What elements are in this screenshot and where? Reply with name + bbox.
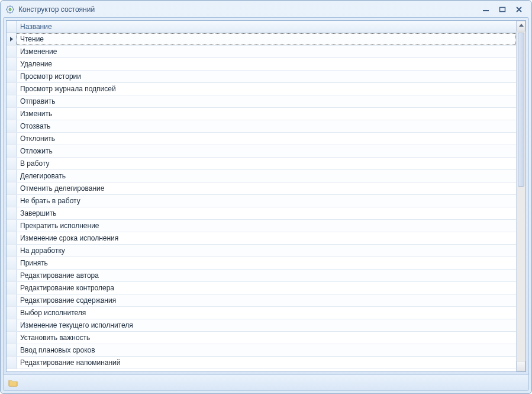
table-row[interactable]: Установить важность	[7, 332, 516, 344]
cell-name[interactable]: В работу	[17, 158, 516, 169]
row-indicator	[7, 220, 17, 232]
cell-name[interactable]: Отменить делегирование	[17, 182, 516, 194]
row-indicator	[7, 108, 17, 120]
table-row[interactable]: Ввод плановых сроков	[7, 344, 516, 357]
row-indicator	[7, 319, 17, 331]
cell-name[interactable]: Редактирование напоминаний	[17, 357, 516, 369]
cell-name[interactable]: Прекратить исполнение	[17, 220, 516, 232]
cell-name[interactable]: Отклонить	[17, 133, 516, 145]
cell-name[interactable]: Изменить	[17, 108, 516, 120]
row-indicator	[7, 170, 17, 182]
minimize-button[interactable]	[481, 5, 491, 14]
column-header-name[interactable]: Название	[17, 21, 516, 33]
folder-icon[interactable]	[8, 379, 18, 387]
table-row[interactable]: Редактирование напоминаний	[7, 357, 516, 369]
scroll-up-icon[interactable]	[519, 24, 524, 27]
table-row[interactable]: В работу	[7, 158, 516, 170]
row-indicator	[7, 46, 17, 57]
window: Конструктор состояний НазваниеЧтениеИзме…	[0, 0, 532, 394]
scroll-down-icon[interactable]	[519, 366, 524, 369]
cell-name[interactable]: Установить важность	[17, 332, 516, 344]
vertical-scrollbar[interactable]	[516, 21, 525, 371]
cell-name[interactable]: Ввод плановых сроков	[17, 344, 516, 356]
svg-line-7	[7, 12, 8, 13]
cell-name[interactable]: Удаление	[17, 58, 516, 70]
app-gear-icon	[5, 5, 15, 14]
svg-rect-11	[500, 8, 505, 12]
table-row[interactable]: Делегировать	[7, 170, 516, 182]
row-indicator-header	[7, 21, 17, 33]
client-area: НазваниеЧтениеИзменениеУдалениеПросмотр …	[3, 17, 529, 391]
cell-name[interactable]: Выбор исполнителя	[17, 307, 516, 319]
table-row[interactable]: Изменение	[7, 46, 516, 58]
cell-name[interactable]: Чтение	[17, 33, 516, 45]
row-indicator	[7, 95, 17, 107]
current-row-pointer-icon	[10, 37, 13, 41]
svg-line-6	[12, 12, 14, 13]
table-row[interactable]: Отклонить	[7, 133, 516, 145]
row-indicator	[7, 182, 17, 194]
row-indicator	[7, 282, 17, 294]
row-indicator	[7, 257, 17, 269]
svg-point-9	[9, 8, 11, 11]
column-header-row: Название	[7, 21, 516, 33]
scroll-thumb[interactable]	[518, 33, 524, 187]
data-grid[interactable]: НазваниеЧтениеИзменениеУдалениеПросмотр …	[6, 20, 526, 372]
row-indicator	[7, 195, 17, 207]
cell-name[interactable]: Просмотр журнала подписей	[17, 83, 516, 95]
table-row[interactable]: Редактирование содержания	[7, 294, 516, 307]
maximize-button[interactable]	[497, 5, 508, 14]
table-row[interactable]: Не брать в работу	[7, 195, 516, 207]
cell-name[interactable]: На доработку	[17, 245, 516, 257]
cell-name[interactable]: Редактирование автора	[17, 270, 516, 281]
cell-name[interactable]: Изменение срока исполнения	[17, 232, 516, 244]
cell-name[interactable]: Отозвать	[17, 120, 516, 132]
table-row[interactable]: Отменить делегирование	[7, 182, 516, 195]
table-row[interactable]: Завершить	[7, 207, 516, 220]
statusbar	[4, 374, 528, 390]
cell-name[interactable]: Отправить	[17, 95, 516, 107]
close-button[interactable]	[514, 5, 524, 14]
cell-name[interactable]: Изменение	[17, 46, 516, 57]
row-indicator	[7, 71, 17, 82]
row-indicator	[7, 332, 17, 344]
table-row[interactable]: Редактирование контролера	[7, 282, 516, 294]
table-row[interactable]: На доработку	[7, 245, 516, 257]
cell-name[interactable]: Изменение текущего исполнителя	[17, 319, 516, 331]
cell-name[interactable]: Редактирование содержания	[17, 294, 516, 306]
table-row[interactable]: Редактирование автора	[7, 270, 516, 282]
svg-rect-10	[483, 10, 489, 11]
row-indicator	[7, 33, 17, 45]
row-indicator	[7, 245, 17, 257]
table-row[interactable]: Отложить	[7, 145, 516, 158]
table-row[interactable]: Отправить	[7, 95, 516, 108]
table-row[interactable]: Изменение текущего исполнителя	[7, 319, 516, 332]
cell-name[interactable]: Не брать в работу	[17, 195, 516, 207]
row-indicator	[7, 158, 17, 169]
table-row[interactable]: Принять	[7, 257, 516, 270]
row-indicator	[7, 145, 17, 157]
table-row[interactable]: Чтение	[7, 33, 516, 46]
table-row[interactable]: Отозвать	[7, 120, 516, 133]
table-row[interactable]: Изменение срока исполнения	[7, 232, 516, 245]
table-row[interactable]: Прекратить исполнение	[7, 220, 516, 232]
cell-name[interactable]: Принять	[17, 257, 516, 269]
cell-name[interactable]: Редактирование контролера	[17, 282, 516, 294]
table-row[interactable]: Удаление	[7, 58, 516, 71]
table-row[interactable]: Изменить	[7, 108, 516, 120]
row-indicator	[7, 83, 17, 95]
row-indicator	[7, 232, 17, 244]
cell-name[interactable]: Просмотр истории	[17, 71, 516, 82]
window-controls	[481, 5, 528, 14]
cell-name[interactable]: Завершить	[17, 207, 516, 219]
table-row[interactable]: Просмотр журнала подписей	[7, 83, 516, 95]
table-row[interactable]: Просмотр истории	[7, 71, 516, 83]
row-indicator	[7, 133, 17, 145]
cell-name[interactable]: Делегировать	[17, 170, 516, 182]
row-indicator	[7, 207, 17, 219]
table-row[interactable]: Выбор исполнителя	[7, 307, 516, 319]
titlebar: Конструктор состояний	[2, 2, 530, 17]
svg-line-8	[12, 7, 14, 8]
cell-name[interactable]: Отложить	[17, 145, 516, 157]
row-indicator	[7, 294, 17, 306]
